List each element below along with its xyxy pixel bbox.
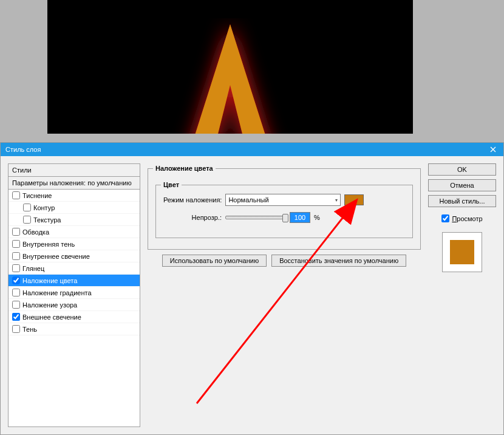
right-button-panel: OK Отмена Новый стиль... Просмотр	[428, 163, 496, 427]
opacity-unit: %	[314, 214, 320, 221]
close-icon	[490, 146, 496, 152]
style-checkbox[interactable]	[12, 289, 20, 296]
close-button[interactable]	[483, 143, 503, 156]
cancel-button[interactable]: Отмена	[428, 179, 496, 191]
style-item-4[interactable]: Внутренняя тень	[9, 238, 140, 250]
styles-list-panel: Стили Параметры наложения: по умолчанию …	[8, 163, 140, 427]
preview-checkbox[interactable]	[441, 214, 449, 222]
style-label: Наложение цвета	[22, 277, 77, 284]
reset-default-button[interactable]: Восстановить значения по умолчанию	[271, 255, 406, 267]
style-item-2[interactable]: Текстура	[9, 214, 140, 226]
chevron-down-icon: ▾	[335, 197, 338, 203]
new-style-button[interactable]: Новый стиль...	[428, 195, 496, 207]
style-item-6[interactable]: Глянец	[9, 262, 140, 275]
style-label: Тиснение	[22, 192, 52, 199]
color-overlay-fieldset: Наложение цвета Цвет Режим наложения: Но…	[148, 168, 421, 250]
style-label: Внутреннее свечение	[22, 253, 90, 260]
style-checkbox[interactable]	[12, 264, 20, 272]
opacity-input[interactable]	[290, 212, 310, 223]
preview-label: Просмотр	[452, 215, 482, 222]
style-checkbox[interactable]	[12, 228, 20, 236]
preview-checkbox-row[interactable]: Просмотр	[428, 214, 496, 222]
styles-list-header[interactable]: Стили	[9, 164, 140, 177]
style-label: Наложение градиента	[22, 289, 92, 296]
style-label: Глянец	[22, 265, 44, 272]
opacity-label: Непрозр.:	[163, 214, 222, 221]
style-item-7[interactable]: Наложение цвета	[9, 275, 140, 287]
section-title: Наложение цвета	[153, 165, 216, 172]
style-checkbox[interactable]	[12, 276, 20, 284]
style-label: Внешнее свечение	[22, 313, 81, 321]
ok-button[interactable]: OK	[428, 163, 496, 176]
style-label: Контур	[33, 204, 55, 211]
style-label: Текстура	[33, 216, 61, 224]
blending-options-header[interactable]: Параметры наложения: по умолчанию	[9, 177, 140, 190]
layer-style-dialog: Стиль слоя Стили Параметры наложения: по…	[0, 142, 504, 435]
blend-mode-label: Режим наложения:	[163, 196, 222, 204]
style-item-1[interactable]: Контур	[9, 202, 140, 214]
style-item-11[interactable]: Тень	[9, 323, 140, 335]
letter-a-shape	[151, 18, 309, 134]
preview-box	[442, 232, 482, 272]
overlay-color-swatch[interactable]	[344, 194, 364, 205]
group-title: Цвет	[161, 181, 182, 188]
style-item-10[interactable]: Внешнее свечение	[9, 311, 140, 323]
style-label: Внутренняя тень	[22, 241, 75, 248]
opacity-slider[interactable]	[225, 216, 286, 219]
blend-mode-select[interactable]: Нормальный ▾	[225, 194, 341, 206]
style-checkbox[interactable]	[12, 191, 20, 199]
style-checkbox[interactable]	[12, 240, 20, 248]
style-checkbox[interactable]	[23, 216, 31, 224]
style-checkbox[interactable]	[23, 204, 31, 211]
style-checkbox[interactable]	[12, 325, 20, 333]
dialog-title: Стиль слоя	[5, 146, 499, 153]
document-canvas	[47, 0, 413, 134]
style-checkbox[interactable]	[12, 252, 20, 260]
style-label: Обводка	[22, 228, 49, 236]
style-label: Наложение узора	[22, 301, 77, 309]
slider-thumb[interactable]	[282, 214, 288, 222]
preview-swatch	[450, 240, 474, 264]
style-checkbox[interactable]	[12, 313, 20, 321]
style-checkbox[interactable]	[12, 301, 20, 309]
blend-mode-value: Нормальный	[228, 196, 268, 204]
style-item-9[interactable]: Наложение узора	[9, 299, 140, 311]
canvas-area	[0, 0, 504, 142]
style-item-3[interactable]: Обводка	[9, 226, 140, 238]
color-group: Цвет Режим наложения: Нормальный ▾ Непро…	[155, 185, 413, 238]
style-item-5[interactable]: Внутреннее свечение	[9, 250, 140, 262]
style-label: Тень	[22, 326, 37, 333]
make-default-button[interactable]: Использовать по умолчанию	[162, 255, 267, 267]
style-item-8[interactable]: Наложение градиента	[9, 287, 140, 299]
style-item-0[interactable]: Тиснение	[9, 190, 140, 202]
settings-panel: Наложение цвета Цвет Режим наложения: Но…	[148, 163, 421, 427]
dialog-titlebar[interactable]: Стиль слоя	[1, 143, 503, 156]
